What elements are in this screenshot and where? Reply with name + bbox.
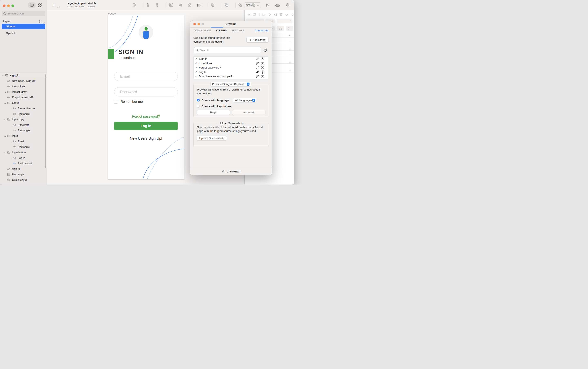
insert-chevron-icon[interactable] — [58, 4, 59, 8]
align-right-icon[interactable] — [274, 13, 277, 16]
disclosure-down-icon[interactable] — [4, 118, 6, 121]
align-center-h-icon[interactable] — [268, 13, 271, 16]
union-icon[interactable] — [210, 3, 215, 8]
edit-pencil-icon[interactable] — [256, 70, 261, 74]
crowdin-titlebar[interactable]: Crowdin — [190, 21, 272, 28]
subtract-icon[interactable] — [224, 3, 229, 8]
password-field[interactable] — [114, 87, 178, 96]
zoom-dropdown[interactable]: 90% — [244, 2, 261, 8]
upload-screenshots-button[interactable]: Upload Screenshots — [197, 136, 227, 140]
string-row[interactable]: ✓Forgot password?i — [194, 65, 268, 70]
group-icon[interactable] — [168, 3, 173, 8]
layer-row[interactable]: Aato-continue — [0, 84, 47, 89]
add-style-icon[interactable]: + — [288, 47, 292, 51]
layer-row[interactable]: AaLog In — [0, 155, 47, 161]
section-collapse-icon[interactable] — [289, 33, 290, 36]
distribute-horizontally-icon[interactable] — [247, 13, 251, 16]
symbol-icon[interactable] — [132, 3, 136, 8]
distribute-vertically-icon[interactable] — [253, 13, 256, 16]
close-button[interactable] — [3, 4, 6, 7]
disclosure-down-icon[interactable] — [2, 74, 4, 77]
info-icon[interactable]: i — [261, 70, 264, 74]
info-icon[interactable]: i — [261, 62, 264, 65]
pages-collapse-icon[interactable] — [43, 20, 44, 24]
oval-tool-icon[interactable] — [187, 3, 192, 8]
artboard-label[interactable]: sign_in — [108, 12, 116, 15]
sidebar-page-sign-in[interactable]: Sign In — [2, 24, 45, 29]
artboard-sign-in[interactable]: SIGN IN to continue Remember me Forgot p… — [108, 15, 184, 180]
zoom-button[interactable] — [11, 4, 14, 7]
send-backward-icon[interactable] — [155, 3, 160, 8]
insert-plus-button[interactable]: + — [53, 3, 55, 8]
sidebar-page-symbols[interactable]: Symbols — [6, 30, 16, 36]
align-top-icon[interactable] — [280, 13, 283, 16]
intersect-icon[interactable] — [238, 3, 242, 8]
layer-row[interactable]: input copy — [0, 117, 47, 122]
search-layers-input[interactable] — [7, 12, 38, 15]
flip-vertical-button[interactable] — [286, 26, 293, 31]
tab-settings[interactable]: SETTINGS — [231, 29, 244, 32]
artboard-button[interactable]: Artboard — [232, 110, 265, 115]
layer-row[interactable]: Aasign-in — [0, 166, 47, 172]
components-view-icon[interactable] — [38, 3, 42, 7]
layer-row[interactable]: input — [0, 133, 47, 139]
layer-row[interactable]: Rectangle — [0, 128, 47, 133]
bring-forward-icon[interactable] — [145, 3, 150, 8]
layer-row[interactable]: Rectangle — [0, 111, 47, 117]
layer-row[interactable]: Rectangle — [0, 144, 47, 150]
info-icon[interactable]: i — [261, 75, 264, 78]
refresh-icon[interactable] — [263, 48, 267, 52]
create-with-language-radio[interactable] — [197, 99, 200, 101]
create-with-key-names-radio[interactable] — [197, 105, 200, 108]
disclosure-right-icon[interactable] — [4, 90, 6, 93]
log-in-button[interactable]: Log In — [114, 122, 178, 130]
cloud-share-icon[interactable] — [275, 3, 280, 7]
edit-pencil-icon[interactable] — [256, 57, 261, 60]
remember-me-checkbox[interactable] — [114, 100, 118, 104]
string-row[interactable]: ✓to continuei — [194, 61, 268, 66]
align-middle-icon[interactable] — [285, 13, 288, 16]
preview-play-icon[interactable] — [265, 3, 270, 7]
add-style-icon[interactable]: + — [288, 40, 292, 45]
search-layers-box[interactable] — [2, 11, 45, 16]
contact-us-link[interactable]: Contact Us — [255, 29, 268, 32]
language-select[interactable]: All Languages — [233, 98, 256, 102]
layer-row[interactable]: Background — [0, 161, 47, 166]
email-field[interactable] — [114, 72, 178, 81]
align-bottom-icon[interactable] — [291, 13, 294, 16]
add-style-icon[interactable]: + — [288, 54, 292, 58]
disclosure-down-icon[interactable] — [4, 101, 6, 104]
edit-pencil-icon[interactable] — [256, 66, 261, 69]
add-style-icon[interactable]: + — [288, 60, 292, 65]
edit-pencil-icon[interactable] — [256, 75, 261, 78]
add-page-icon[interactable]: + — [38, 20, 41, 23]
string-row[interactable]: ✓Sign ini — [194, 57, 268, 61]
tab-translation[interactable]: TRANSLATION — [193, 29, 211, 32]
layer-row[interactable]: AaNew User? Sign Up! — [0, 78, 47, 84]
insert-icon[interactable] — [197, 3, 201, 8]
add-style-icon[interactable]: + — [288, 68, 292, 73]
string-row[interactable]: ✓Log Ini — [194, 70, 268, 74]
layer-row[interactable]: AaRemember me — [0, 106, 47, 111]
layer-row[interactable]: AaForgot password? — [0, 95, 47, 100]
layer-row[interactable]: Group — [0, 100, 47, 106]
layer-row[interactable]: impact_gray — [0, 89, 47, 95]
crowdin-search-box[interactable] — [194, 47, 261, 53]
layer-row[interactable]: login button — [0, 150, 47, 155]
tab-strings[interactable]: STRINGS — [215, 29, 227, 32]
notifications-bell-icon[interactable] — [286, 3, 290, 7]
string-row[interactable]: ✓Don't have an account yet?i — [194, 74, 268, 79]
disclosure-down-icon[interactable] — [4, 151, 6, 154]
layer-artboard-header[interactable]: sign_in — [0, 73, 47, 78]
preview-strings-dropdown[interactable]: Preview Strings in Duplicate — [210, 82, 251, 86]
add-string-button[interactable]: + Add String — [246, 37, 268, 43]
sidebar-scrollbar[interactable] — [45, 74, 46, 168]
layer-row[interactable]: AaPassword — [0, 122, 47, 128]
minimize-button[interactable] — [7, 4, 10, 7]
edit-pencil-icon[interactable] — [256, 61, 261, 65]
layer-row[interactable]: Rectangle — [0, 172, 47, 177]
ungroup-icon[interactable] — [178, 3, 183, 8]
forgot-password-link[interactable]: Forgot password? — [108, 115, 184, 119]
info-icon[interactable]: i — [261, 57, 264, 60]
layer-row[interactable]: AaEmail — [0, 139, 47, 144]
